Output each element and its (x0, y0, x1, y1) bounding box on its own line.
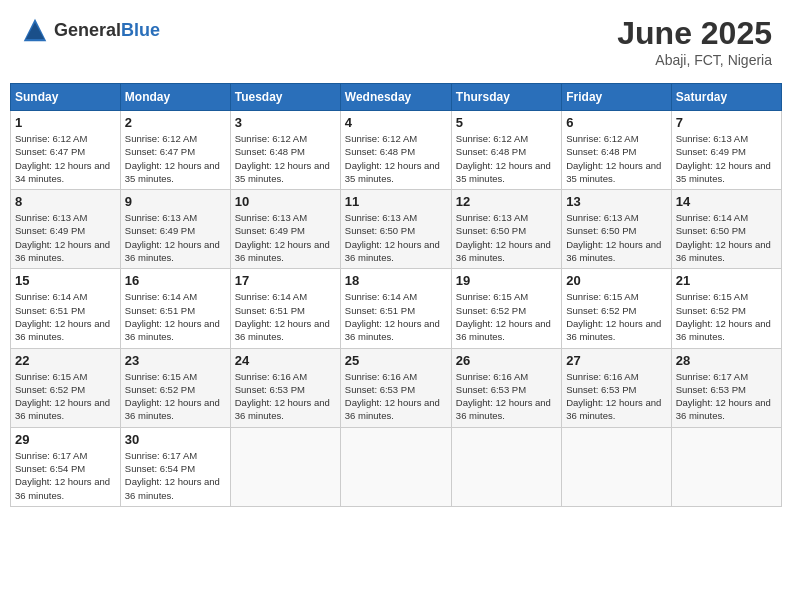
table-row: 2 Sunrise: 6:12 AM Sunset: 6:47 PM Dayli… (120, 111, 230, 190)
table-row (230, 427, 340, 506)
table-row: 15 Sunrise: 6:14 AM Sunset: 6:51 PM Dayl… (11, 269, 121, 348)
table-row: 16 Sunrise: 6:14 AM Sunset: 6:51 PM Dayl… (120, 269, 230, 348)
day-info: Sunrise: 6:13 AM Sunset: 6:49 PM Dayligh… (235, 211, 336, 264)
col-monday: Monday (120, 84, 230, 111)
table-row (340, 427, 451, 506)
logo-blue: Blue (121, 20, 160, 40)
month-title: June 2025 (617, 15, 772, 52)
logo-icon (20, 15, 50, 45)
day-number: 4 (345, 115, 447, 130)
table-row: 22 Sunrise: 6:15 AM Sunset: 6:52 PM Dayl… (11, 348, 121, 427)
day-number: 19 (456, 273, 557, 288)
day-info: Sunrise: 6:16 AM Sunset: 6:53 PM Dayligh… (235, 370, 336, 423)
calendar: Sunday Monday Tuesday Wednesday Thursday… (10, 83, 782, 507)
col-wednesday: Wednesday (340, 84, 451, 111)
day-number: 8 (15, 194, 116, 209)
day-number: 7 (676, 115, 777, 130)
day-number: 24 (235, 353, 336, 368)
day-info: Sunrise: 6:12 AM Sunset: 6:47 PM Dayligh… (15, 132, 116, 185)
table-row: 20 Sunrise: 6:15 AM Sunset: 6:52 PM Dayl… (562, 269, 671, 348)
day-number: 14 (676, 194, 777, 209)
col-thursday: Thursday (451, 84, 561, 111)
table-row (671, 427, 781, 506)
day-number: 29 (15, 432, 116, 447)
table-row: 5 Sunrise: 6:12 AM Sunset: 6:48 PM Dayli… (451, 111, 561, 190)
day-number: 3 (235, 115, 336, 130)
day-info: Sunrise: 6:13 AM Sunset: 6:49 PM Dayligh… (676, 132, 777, 185)
table-row: 29 Sunrise: 6:17 AM Sunset: 6:54 PM Dayl… (11, 427, 121, 506)
day-number: 5 (456, 115, 557, 130)
day-info: Sunrise: 6:16 AM Sunset: 6:53 PM Dayligh… (345, 370, 447, 423)
calendar-week-row: 22 Sunrise: 6:15 AM Sunset: 6:52 PM Dayl… (11, 348, 782, 427)
day-info: Sunrise: 6:16 AM Sunset: 6:53 PM Dayligh… (456, 370, 557, 423)
day-info: Sunrise: 6:15 AM Sunset: 6:52 PM Dayligh… (566, 290, 666, 343)
day-info: Sunrise: 6:15 AM Sunset: 6:52 PM Dayligh… (676, 290, 777, 343)
day-number: 6 (566, 115, 666, 130)
calendar-week-row: 15 Sunrise: 6:14 AM Sunset: 6:51 PM Dayl… (11, 269, 782, 348)
day-number: 23 (125, 353, 226, 368)
day-number: 11 (345, 194, 447, 209)
day-number: 16 (125, 273, 226, 288)
col-tuesday: Tuesday (230, 84, 340, 111)
table-row: 23 Sunrise: 6:15 AM Sunset: 6:52 PM Dayl… (120, 348, 230, 427)
day-info: Sunrise: 6:15 AM Sunset: 6:52 PM Dayligh… (125, 370, 226, 423)
day-info: Sunrise: 6:17 AM Sunset: 6:54 PM Dayligh… (125, 449, 226, 502)
table-row: 13 Sunrise: 6:13 AM Sunset: 6:50 PM Dayl… (562, 190, 671, 269)
table-row (562, 427, 671, 506)
day-number: 27 (566, 353, 666, 368)
day-info: Sunrise: 6:13 AM Sunset: 6:49 PM Dayligh… (125, 211, 226, 264)
location-title: Abaji, FCT, Nigeria (617, 52, 772, 68)
logo: GeneralBlue (20, 15, 160, 45)
day-number: 20 (566, 273, 666, 288)
col-friday: Friday (562, 84, 671, 111)
day-number: 30 (125, 432, 226, 447)
table-row: 1 Sunrise: 6:12 AM Sunset: 6:47 PM Dayli… (11, 111, 121, 190)
table-row: 3 Sunrise: 6:12 AM Sunset: 6:48 PM Dayli… (230, 111, 340, 190)
table-row: 28 Sunrise: 6:17 AM Sunset: 6:53 PM Dayl… (671, 348, 781, 427)
day-number: 28 (676, 353, 777, 368)
day-number: 1 (15, 115, 116, 130)
day-info: Sunrise: 6:14 AM Sunset: 6:51 PM Dayligh… (235, 290, 336, 343)
day-number: 15 (15, 273, 116, 288)
day-info: Sunrise: 6:14 AM Sunset: 6:51 PM Dayligh… (15, 290, 116, 343)
day-info: Sunrise: 6:13 AM Sunset: 6:50 PM Dayligh… (456, 211, 557, 264)
day-number: 18 (345, 273, 447, 288)
calendar-header-row: Sunday Monday Tuesday Wednesday Thursday… (11, 84, 782, 111)
day-info: Sunrise: 6:16 AM Sunset: 6:53 PM Dayligh… (566, 370, 666, 423)
day-info: Sunrise: 6:12 AM Sunset: 6:47 PM Dayligh… (125, 132, 226, 185)
table-row: 8 Sunrise: 6:13 AM Sunset: 6:49 PM Dayli… (11, 190, 121, 269)
day-info: Sunrise: 6:15 AM Sunset: 6:52 PM Dayligh… (15, 370, 116, 423)
table-row: 6 Sunrise: 6:12 AM Sunset: 6:48 PM Dayli… (562, 111, 671, 190)
day-info: Sunrise: 6:13 AM Sunset: 6:49 PM Dayligh… (15, 211, 116, 264)
calendar-week-row: 1 Sunrise: 6:12 AM Sunset: 6:47 PM Dayli… (11, 111, 782, 190)
table-row: 10 Sunrise: 6:13 AM Sunset: 6:49 PM Dayl… (230, 190, 340, 269)
table-row: 30 Sunrise: 6:17 AM Sunset: 6:54 PM Dayl… (120, 427, 230, 506)
day-number: 12 (456, 194, 557, 209)
day-number: 26 (456, 353, 557, 368)
table-row (451, 427, 561, 506)
calendar-week-row: 29 Sunrise: 6:17 AM Sunset: 6:54 PM Dayl… (11, 427, 782, 506)
svg-marker-1 (26, 23, 44, 40)
col-saturday: Saturday (671, 84, 781, 111)
day-info: Sunrise: 6:17 AM Sunset: 6:54 PM Dayligh… (15, 449, 116, 502)
day-number: 2 (125, 115, 226, 130)
title-area: June 2025 Abaji, FCT, Nigeria (617, 15, 772, 68)
table-row: 9 Sunrise: 6:13 AM Sunset: 6:49 PM Dayli… (120, 190, 230, 269)
day-info: Sunrise: 6:15 AM Sunset: 6:52 PM Dayligh… (456, 290, 557, 343)
day-info: Sunrise: 6:12 AM Sunset: 6:48 PM Dayligh… (235, 132, 336, 185)
day-info: Sunrise: 6:13 AM Sunset: 6:50 PM Dayligh… (345, 211, 447, 264)
table-row: 24 Sunrise: 6:16 AM Sunset: 6:53 PM Dayl… (230, 348, 340, 427)
day-info: Sunrise: 6:12 AM Sunset: 6:48 PM Dayligh… (345, 132, 447, 185)
calendar-week-row: 8 Sunrise: 6:13 AM Sunset: 6:49 PM Dayli… (11, 190, 782, 269)
day-info: Sunrise: 6:14 AM Sunset: 6:50 PM Dayligh… (676, 211, 777, 264)
col-sunday: Sunday (11, 84, 121, 111)
table-row: 21 Sunrise: 6:15 AM Sunset: 6:52 PM Dayl… (671, 269, 781, 348)
day-info: Sunrise: 6:14 AM Sunset: 6:51 PM Dayligh… (345, 290, 447, 343)
day-info: Sunrise: 6:14 AM Sunset: 6:51 PM Dayligh… (125, 290, 226, 343)
day-number: 22 (15, 353, 116, 368)
table-row: 14 Sunrise: 6:14 AM Sunset: 6:50 PM Dayl… (671, 190, 781, 269)
table-row: 19 Sunrise: 6:15 AM Sunset: 6:52 PM Dayl… (451, 269, 561, 348)
day-info: Sunrise: 6:12 AM Sunset: 6:48 PM Dayligh… (566, 132, 666, 185)
table-row: 12 Sunrise: 6:13 AM Sunset: 6:50 PM Dayl… (451, 190, 561, 269)
table-row: 4 Sunrise: 6:12 AM Sunset: 6:48 PM Dayli… (340, 111, 451, 190)
